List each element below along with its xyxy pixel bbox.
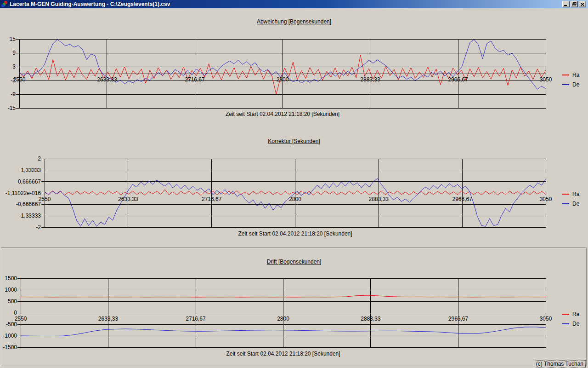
series-de <box>45 178 546 226</box>
restore-button[interactable] <box>571 1 578 7</box>
x-tick-label: 2716,67 <box>179 77 211 83</box>
y-tick-label: -9 <box>0 92 16 98</box>
y-tick-label: -3 <box>0 78 16 84</box>
legend-item-ra: Ra <box>562 189 579 199</box>
x-tick-label: 2966,67 <box>442 77 474 83</box>
x-tick-label: 2966,67 <box>446 196 478 202</box>
close-button[interactable] <box>579 1 586 7</box>
close-icon <box>581 3 584 6</box>
legend-item-de: De <box>562 199 579 208</box>
y-tick-label: -1,11022e-016 <box>0 190 41 196</box>
plot-canvas <box>41 158 546 228</box>
chart-title-korrektur: Korrektur [Sekunden] <box>0 138 588 144</box>
plot-canvas <box>16 39 546 109</box>
legend-label: De <box>572 201 579 207</box>
window-controls <box>562 1 586 7</box>
plot-area-abweichung: 25502633,332716,6728002883,332966,673050 <box>19 39 546 108</box>
y-tick-label: 2 <box>0 156 41 162</box>
x-tick-label: 2800 <box>279 196 311 202</box>
y-tick-label: -1,33333 <box>0 213 41 219</box>
x-tick-label: 2633,33 <box>91 77 123 83</box>
y-tick-label: 15 <box>0 36 16 42</box>
plot-area-korrektur: 25502633,332716,6728002883,332966,673050 <box>45 159 546 227</box>
app-icon <box>1 0 8 8</box>
legend-item-ra: Ra <box>562 70 579 80</box>
y-tick-label: -0,666667 <box>0 201 41 207</box>
legend-dash-icon <box>562 203 569 204</box>
x-axis-title: Zeit seit Start 02.04.2012 21:18:20 [Sek… <box>45 230 546 237</box>
legend: RaDe <box>562 70 579 89</box>
legend-dash-icon <box>562 84 569 85</box>
y-tick-label: -2 <box>0 224 41 230</box>
minimize-button[interactable] <box>562 1 570 7</box>
x-tick-label: 2883,33 <box>354 77 386 83</box>
x-axis-title: Zeit seit Start 02.04.2012 21:18:20 [Sek… <box>19 111 546 117</box>
legend-label: Ra <box>572 72 579 78</box>
x-tick-label: 2550 <box>28 196 61 202</box>
legend-label: Ra <box>572 191 579 197</box>
x-tick-label: 2800 <box>266 77 299 83</box>
y-tick-label: -15 <box>0 105 16 111</box>
window-title: Lacerta M-GEN Guiding-Auswertung - C:\Ze… <box>10 1 562 7</box>
legend: RaDe <box>562 189 579 208</box>
drift-panel <box>1 247 587 366</box>
y-tick-label: 0,666667 <box>0 179 41 185</box>
copyright-label: (c) Thomas Tuchan <box>534 360 586 368</box>
legend-item-de: De <box>562 80 579 89</box>
y-tick-label: 1,33333 <box>0 167 41 173</box>
series-de <box>19 40 546 89</box>
y-tick-label: 3 <box>0 64 16 70</box>
series-ra <box>19 55 546 94</box>
x-tick-label: 3050 <box>530 77 562 83</box>
x-tick-label: 3050 <box>530 196 562 202</box>
chart-title-abweichung: Abweichung [Bogensekunden] <box>0 18 588 25</box>
x-tick-label: 2633,33 <box>112 196 144 202</box>
series-ra <box>45 190 546 196</box>
legend-dash-icon <box>562 75 569 75</box>
minimize-icon <box>564 3 568 6</box>
titlebar: Lacerta M-GEN Guiding-Auswertung - C:\Ze… <box>0 0 588 8</box>
x-tick-label: 2883,33 <box>362 196 395 202</box>
x-tick-label: 2550 <box>3 77 35 83</box>
x-tick-label: 2716,67 <box>196 196 228 202</box>
restore-icon <box>572 2 577 6</box>
y-tick-label: 9 <box>0 50 16 56</box>
legend-label: De <box>572 81 579 88</box>
legend-dash-icon <box>562 194 569 195</box>
app-window: Abweichung [Bogensekunden] 25502633,3327… <box>0 0 588 368</box>
